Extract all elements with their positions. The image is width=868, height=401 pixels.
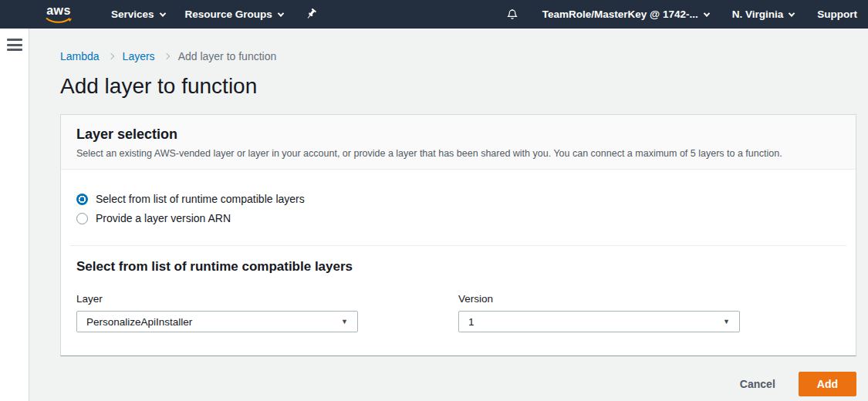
chevron-down-icon <box>789 10 795 16</box>
pin-icon[interactable] <box>305 8 318 21</box>
left-sidebar-rail <box>0 29 29 401</box>
cancel-button[interactable]: Cancel <box>740 378 775 390</box>
breadcrumb-layers-link[interactable]: Layers <box>123 50 155 62</box>
aws-smile-icon <box>45 17 73 24</box>
account-menu[interactable]: TeamRole/MasterKey @ 1742-... <box>542 8 709 20</box>
breadcrumb: Lambda Layers Add layer to function <box>60 50 856 62</box>
dropdown-arrow-icon: ▼ <box>723 318 730 325</box>
chevron-right-icon <box>107 53 113 59</box>
top-navbar: aws Services Resource Groups <box>0 0 868 29</box>
card-header: Layer selection Select an existing AWS-v… <box>61 115 856 170</box>
hamburger-menu-icon[interactable] <box>7 39 22 51</box>
layer-source-radio-group: Select from list of runtime compatible l… <box>61 170 856 245</box>
layer-field: Layer PersonalizeApiInstaller ▼ <box>76 293 458 332</box>
dropdown-arrow-icon: ▼ <box>341 318 348 325</box>
card-description: Select an existing AWS-vended layer or l… <box>76 148 840 159</box>
breadcrumb-current: Add layer to function <box>178 50 277 62</box>
layer-selection-card: Layer selection Select an existing AWS-v… <box>60 114 856 356</box>
aws-logo-text: aws <box>46 5 71 17</box>
breadcrumb-lambda-link[interactable]: Lambda <box>60 50 100 62</box>
page-title: Add layer to function <box>60 74 856 99</box>
chevron-right-icon <box>163 53 169 59</box>
resource-groups-menu[interactable]: Resource Groups <box>185 8 283 20</box>
footer-actions: Cancel Add <box>60 372 856 396</box>
layer-select[interactable]: PersonalizeApiInstaller ▼ <box>76 311 358 332</box>
chevron-down-icon <box>278 10 284 16</box>
radio-runtime-compatible-layers[interactable]: Select from list of runtime compatible l… <box>76 193 840 205</box>
radio-unselected-icon[interactable] <box>76 213 88 224</box>
layer-field-label: Layer <box>76 293 458 305</box>
add-button[interactable]: Add <box>799 372 856 396</box>
version-field: Version 1 ▼ <box>458 293 840 332</box>
chevron-down-icon <box>703 10 709 16</box>
radio-layer-version-arn[interactable]: Provide a layer version ARN <box>76 212 840 224</box>
version-field-label: Version <box>458 293 840 305</box>
radio-selected-icon[interactable] <box>76 194 88 205</box>
support-menu[interactable]: Support <box>817 8 857 20</box>
runtime-compatible-layers-section: Select from list of runtime compatible l… <box>61 246 856 356</box>
chevron-down-icon <box>159 10 165 16</box>
notifications-bell-icon[interactable] <box>505 8 519 22</box>
section-title: Select from list of runtime compatible l… <box>76 259 840 275</box>
card-title: Layer selection <box>76 126 840 143</box>
aws-logo[interactable]: aws <box>45 5 73 24</box>
services-menu[interactable]: Services <box>111 8 165 20</box>
main-content: Lambda Layers Add layer to function Add … <box>29 29 868 401</box>
region-menu[interactable]: N. Virginia <box>732 8 795 20</box>
version-select[interactable]: 1 ▼ <box>458 311 740 332</box>
